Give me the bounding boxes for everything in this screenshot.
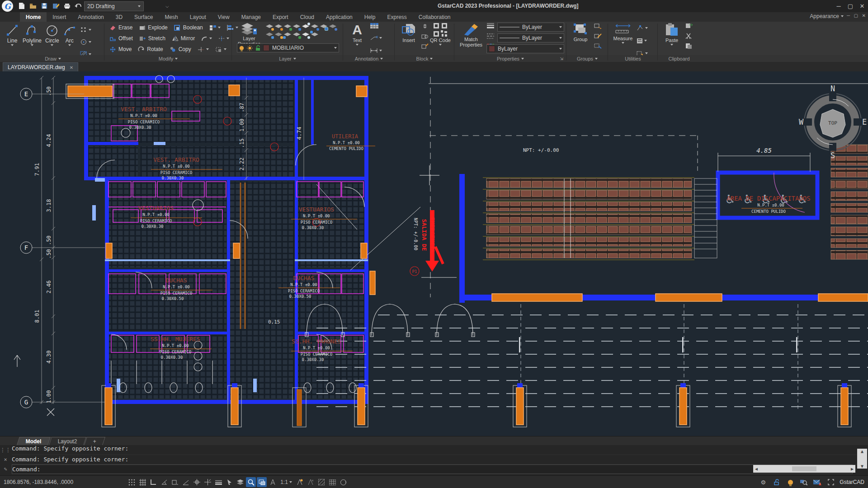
copy-button[interactable]: Copy <box>170 44 191 55</box>
snap-mode-icon[interactable] <box>127 477 137 487</box>
unlock-icon[interactable] <box>772 477 782 487</box>
horizontal-scrollbar[interactable]: ◀ ▶ <box>753 465 855 473</box>
tab-layout2[interactable]: Layout2 <box>49 437 86 445</box>
selection-cycling-icon[interactable] <box>224 477 234 487</box>
message-alert-icon[interactable]: ! <box>812 477 822 487</box>
tab-cloud[interactable]: Cloud <box>294 12 320 22</box>
layer-isolate-icon[interactable] <box>301 23 310 31</box>
document-tab[interactable]: LAYDRAWORDER.dwg ✕ <box>3 62 78 72</box>
ortho-mode-icon[interactable] <box>148 477 158 487</box>
gear-icon[interactable]: ⚙ <box>758 477 768 487</box>
doc-close-icon[interactable]: ✕ <box>862 13 866 18</box>
id-point-tool[interactable] <box>637 23 648 33</box>
explode-button[interactable]: Explode <box>139 22 167 33</box>
move-button[interactable]: Move <box>109 44 132 55</box>
panel-label-modify[interactable]: Modify <box>106 55 231 62</box>
tab-add-layout[interactable]: + <box>84 437 105 445</box>
annotation-autoscale-icon[interactable] <box>306 477 316 487</box>
hardware-acceleration-icon[interactable] <box>257 477 267 487</box>
close-icon[interactable]: ✕ <box>70 65 73 70</box>
block-attr-tool[interactable] <box>421 33 429 41</box>
annotation-scale-value[interactable]: 1:1 <box>278 477 294 487</box>
workspace-selector[interactable]: 2D Drafting <box>84 1 144 11</box>
tab-view[interactable]: View <box>212 12 236 22</box>
erase-button[interactable]: Erase <box>109 22 132 33</box>
color-dropdown[interactable]: ByLayer <box>486 44 564 53</box>
block-edit-tool[interactable] <box>421 23 429 31</box>
scroll-down-icon[interactable]: ▼ <box>861 464 863 469</box>
layer-lock-icon[interactable] <box>274 31 283 39</box>
group-edit-tool[interactable] <box>594 33 602 41</box>
table-tool[interactable] <box>370 23 382 31</box>
tab-layout[interactable]: Layout <box>184 12 212 22</box>
break-tool[interactable] <box>218 33 229 44</box>
app-logo[interactable]: G <box>2 0 13 12</box>
close-button[interactable]: ✕ <box>856 0 868 12</box>
zoom-monitor-icon[interactable] <box>246 477 256 487</box>
dialog-launcher-icon[interactable]: ⇲ <box>560 56 563 61</box>
arc-tool[interactable]: Arc <box>63 23 76 60</box>
scale-tool[interactable] <box>215 44 226 55</box>
scroll-right-icon[interactable]: ▶ <box>851 466 854 471</box>
print-icon[interactable] <box>63 2 71 9</box>
array-tool[interactable] <box>209 22 221 33</box>
open-folder-icon[interactable] <box>29 2 37 9</box>
new-file-icon[interactable] <box>18 2 25 9</box>
boolean-button[interactable]: Boolean <box>174 22 203 33</box>
tab-express[interactable]: Express <box>381 12 412 22</box>
hatch-toggle-icon[interactable] <box>316 477 326 487</box>
minimize-button[interactable]: ─ <box>833 0 844 12</box>
layer-restore-icon[interactable] <box>310 31 319 39</box>
calculator-tool[interactable] <box>637 35 648 46</box>
tab-annotation[interactable]: Annotation <box>72 12 109 22</box>
layer-on-bulb-icon[interactable] <box>240 46 244 50</box>
tab-help[interactable]: Help <box>359 12 382 22</box>
command-scrollbar[interactable]: ▲▼ <box>857 449 867 469</box>
scroll-up-icon[interactable]: ▲ <box>861 449 863 454</box>
bulb-icon[interactable] <box>785 477 795 487</box>
text-button[interactable]: A Text <box>347 22 367 46</box>
layer-vpfreeze-icon[interactable] <box>301 31 310 39</box>
tab-collaboration[interactable]: Collaboration <box>413 12 457 22</box>
group-button[interactable]: Group <box>569 22 592 42</box>
doc-restore-icon[interactable]: ▢ <box>854 13 858 18</box>
group-select-tool[interactable] <box>594 42 602 51</box>
mirror-button[interactable]: Mirror <box>172 33 195 44</box>
leader-tool[interactable] <box>370 33 382 43</box>
panel-label-layer[interactable]: Layer <box>233 55 342 62</box>
quick-properties-icon[interactable] <box>235 477 245 487</box>
tab-insert[interactable]: Insert <box>47 12 72 22</box>
line-tool[interactable]: Line <box>5 23 19 60</box>
lineweight-display-icon[interactable] <box>213 477 223 487</box>
layer-current-icon[interactable] <box>292 23 301 31</box>
layer-prev-icon[interactable] <box>283 31 292 39</box>
layer-sun-icon[interactable] <box>247 45 253 51</box>
layer-unlock-icon[interactable] <box>283 23 292 31</box>
tab-home[interactable]: Home <box>20 12 47 22</box>
circle-tool[interactable]: Circle <box>45 23 59 60</box>
annotation-visibility-icon[interactable] <box>295 477 305 487</box>
clean-screen-icon[interactable] <box>338 477 348 487</box>
search-icon[interactable] <box>799 477 809 487</box>
qat-customize-icon[interactable]: ⌵ <box>165 4 169 9</box>
paste-button[interactable]: Paste <box>661 22 683 46</box>
angle-snap-icon[interactable] <box>181 477 191 487</box>
scroll-left-icon[interactable]: ◀ <box>755 466 758 471</box>
maximize-button[interactable]: ▢ <box>844 0 856 12</box>
match-properties-button[interactable]: Match Properties <box>457 22 486 47</box>
block-write-tool[interactable] <box>421 42 429 51</box>
panel-label-properties[interactable]: Properties⇲ <box>456 55 565 62</box>
layer-properties-button[interactable]: Layer Properties <box>235 22 263 47</box>
rotate-button[interactable]: Rotate <box>138 44 163 55</box>
save-as-icon[interactable] <box>52 2 59 9</box>
grid-display-icon[interactable] <box>137 477 147 487</box>
appearance-menu[interactable]: Appearance <box>810 13 844 19</box>
annotation-scale-person-icon[interactable] <box>268 477 278 487</box>
revcloud-tool[interactable] <box>80 37 91 47</box>
command-window[interactable]: ⋮⋮ × ✎ Command: Specify opposite corner:… <box>0 445 868 475</box>
trim-tool[interactable] <box>198 44 209 55</box>
stretch-button[interactable]: Stretch <box>139 33 165 44</box>
point-tool[interactable] <box>80 24 91 35</box>
layer-on-icon[interactable] <box>265 23 274 31</box>
panel-label-annotation[interactable]: Annotation <box>344 55 393 62</box>
